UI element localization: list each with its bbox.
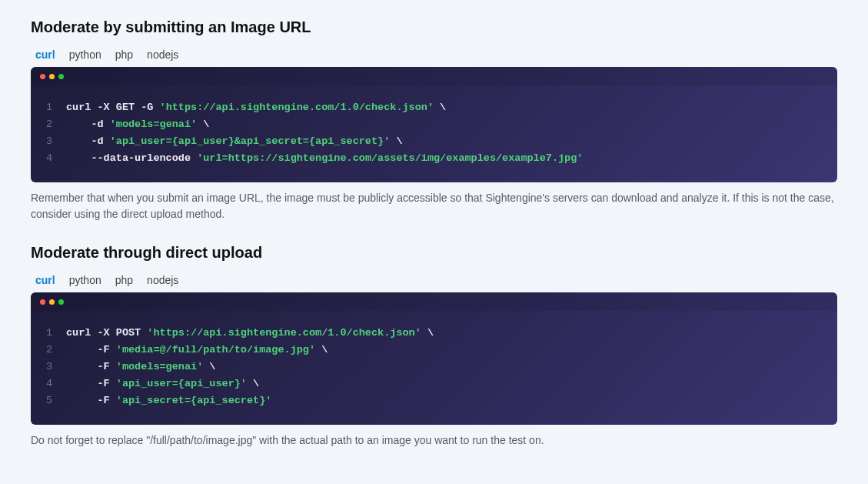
tab-python[interactable]: python [69, 47, 101, 62]
section-note: Do not forget to replace "/full/path/to/… [31, 432, 837, 449]
window-titlebar [31, 292, 837, 311]
line-number: 1 [40, 99, 66, 116]
section-heading: Moderate by submitting an Image URL [31, 18, 837, 36]
line-number: 3 [40, 359, 66, 376]
code-content: --data-urlencode 'url=https://sightengin… [66, 150, 583, 167]
code-content: -F 'media=@/full/path/to/image.jpg' \ [66, 342, 328, 359]
line-number: 4 [40, 150, 66, 167]
tab-php[interactable]: php [115, 47, 133, 62]
line-number: 5 [40, 392, 66, 409]
code-block: 1curl -X POST 'https://api.sightengine.c… [31, 292, 837, 425]
tab-curl[interactable]: curl [35, 47, 55, 62]
window-dot-green-icon [58, 74, 64, 79]
code-line: 5 -F 'api_secret={api_secret}' [40, 392, 828, 409]
line-number: 2 [40, 342, 66, 359]
code-line: 4 -F 'api_user={api_user}' \ [40, 376, 828, 392]
window-dot-yellow-icon [49, 299, 55, 305]
section-heading: Moderate through direct upload [31, 244, 837, 262]
code-line: 3 -d 'api_user={api_user}&api_secret={ap… [40, 133, 828, 150]
tab-python[interactable]: python [69, 272, 101, 288]
code-content: -F 'api_secret={api_secret}' [66, 392, 271, 409]
code-block: 1curl -X GET -G 'https://api.sightengine… [31, 67, 837, 182]
line-number: 3 [40, 133, 66, 150]
code-area[interactable]: 1curl -X POST 'https://api.sightengine.c… [31, 311, 837, 425]
code-content: -d 'models=genai' \ [66, 116, 209, 133]
line-number: 1 [40, 325, 66, 342]
code-content: curl -X POST 'https://api.sightengine.co… [66, 325, 434, 342]
window-dot-green-icon [58, 299, 64, 305]
code-line: 3 -F 'models=genai' \ [40, 359, 828, 376]
line-number: 2 [40, 116, 66, 133]
window-dot-red-icon [40, 74, 45, 79]
tab-nodejs[interactable]: nodejs [147, 47, 178, 62]
code-content: -F 'api_user={api_user}' \ [66, 376, 259, 392]
code-content: -F 'models=genai' \ [66, 359, 215, 376]
line-number: 4 [40, 376, 66, 392]
tabs-curl-python-php-nodejs: curl python php nodejs [31, 47, 837, 62]
code-line: 1curl -X POST 'https://api.sightengine.c… [40, 325, 828, 342]
tab-nodejs[interactable]: nodejs [147, 272, 178, 288]
code-line: 2 -F 'media=@/full/path/to/image.jpg' \ [40, 342, 828, 359]
code-content: -d 'api_user={api_user}&api_secret={api_… [66, 133, 402, 150]
code-line: 4 --data-urlencode 'url=https://sighteng… [40, 150, 828, 167]
code-line: 2 -d 'models=genai' \ [40, 116, 828, 133]
tab-php[interactable]: php [115, 272, 133, 288]
code-line: 1curl -X GET -G 'https://api.sightengine… [40, 99, 828, 116]
tab-curl[interactable]: curl [35, 272, 55, 288]
window-titlebar [31, 67, 837, 85]
tabs-curl-python-php-nodejs: curl python php nodejs [31, 272, 837, 288]
section-note: Remember that when you submit an image U… [31, 190, 837, 222]
window-dot-red-icon [40, 299, 45, 305]
code-content: curl -X GET -G 'https://api.sightengine.… [66, 99, 446, 116]
window-dot-yellow-icon [49, 74, 55, 79]
code-area[interactable]: 1curl -X GET -G 'https://api.sightengine… [31, 85, 837, 182]
